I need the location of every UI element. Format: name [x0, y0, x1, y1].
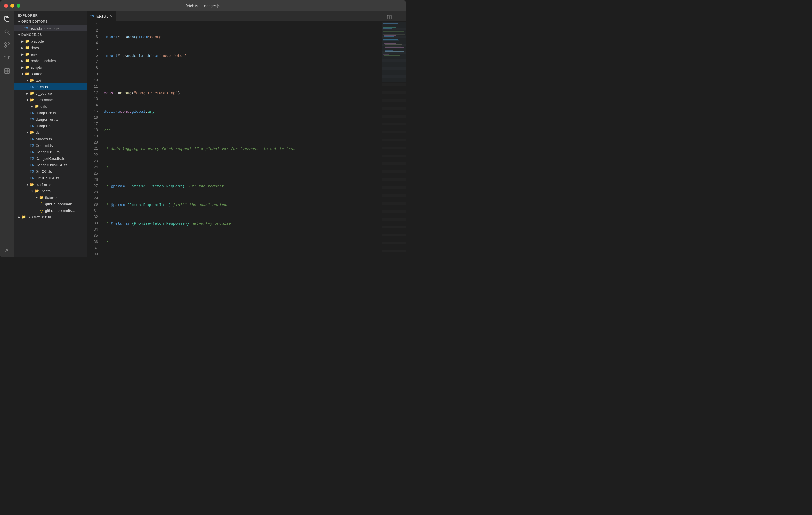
line-num-5: 5 — [89, 47, 98, 53]
danger-run-file[interactable]: TS danger-run.ts — [14, 116, 87, 122]
ts-icon-dangerdsl: TS — [30, 149, 34, 154]
gitdsl-file[interactable]: TS GitDSL.ts — [14, 168, 87, 175]
line-num-18: 18 — [89, 127, 98, 134]
folder-icon-utils: 📁 — [34, 104, 39, 109]
vscode-arrow: ▶ — [20, 39, 25, 44]
source-folder[interactable]: ▾ 📂 source — [14, 70, 87, 77]
env-folder[interactable]: ▶ 📁 env — [14, 51, 87, 57]
minimap — [382, 22, 406, 258]
docs-arrow: ▶ — [20, 45, 25, 50]
open-editor-path: source/api — [44, 26, 59, 30]
dangerutilsdsl-file[interactable]: TS DangerUtilsDSL.ts — [14, 162, 87, 168]
danger-js-header[interactable]: ▾ DANGER-JS — [14, 31, 87, 38]
svg-rect-21 — [390, 16, 392, 19]
code-line-9: * @param {(string | fetch.Request)} url … — [104, 183, 382, 190]
ts-icon-run: TS — [30, 117, 34, 122]
close-button[interactable] — [4, 4, 8, 8]
dangerdsl-file[interactable]: TS DangerDSL.ts — [14, 149, 87, 155]
github-comments-file[interactable]: {} github_commen... — [14, 201, 87, 207]
svg-point-4 — [5, 42, 6, 45]
tab-bar: TS fetch.ts × ··· — [87, 11, 406, 22]
scripts-folder[interactable]: ▶ 📁 scripts — [14, 64, 87, 70]
fixtures-label: fixtures — [45, 195, 57, 200]
debug-activity-icon[interactable] — [2, 53, 12, 63]
danger-js-arrow: ▾ — [17, 32, 21, 37]
danger-pr-file[interactable]: TS danger-pr.ts — [14, 110, 87, 116]
fixtures-folder[interactable]: ▾ 📂 fixtures — [14, 194, 87, 201]
tab-ts-badge: TS — [90, 15, 94, 18]
json-icon-comments: {} — [39, 202, 44, 206]
scripts-arrow: ▶ — [20, 65, 25, 69]
danger-run-label: danger-run.ts — [35, 117, 58, 122]
svg-rect-18 — [7, 71, 9, 74]
folder-icon-ci: 📁 — [30, 91, 34, 95]
platforms-folder[interactable]: ▾ 📂 platforms — [14, 181, 87, 188]
more-actions-button[interactable]: ··· — [395, 13, 404, 21]
vscode-folder[interactable]: ▶ 📁 .vscode — [14, 38, 87, 45]
line-num-35: 35 — [89, 233, 98, 239]
utils-arrow: ▶ — [30, 104, 34, 109]
code-content[interactable]: import * as debug from "debug" import * … — [102, 22, 382, 258]
docs-folder[interactable]: ▶ 📁 docs — [14, 45, 87, 51]
tab-close-button[interactable]: × — [110, 14, 112, 19]
line-num-33: 33 — [89, 221, 98, 227]
line-num-3: 3 — [89, 34, 98, 40]
extensions-activity-icon[interactable] — [2, 66, 12, 76]
folder-icon-api: 📂 — [30, 78, 34, 83]
commands-folder[interactable]: ▾ 📂 commands — [14, 96, 87, 103]
json-icon-commits: {} — [39, 208, 44, 213]
main-layout: EXPLORER ▾ OPEN EDITORS TS fetch.ts sour… — [0, 11, 406, 258]
api-folder[interactable]: ▾ 📂 api — [14, 77, 87, 83]
settings-activity-icon[interactable] — [2, 245, 12, 255]
code-line-10: * @param {fetch.RequestInit} [init] the … — [104, 202, 382, 208]
folder-icon-platforms: 📂 — [30, 182, 34, 187]
window-controls[interactable] — [4, 4, 21, 8]
open-editors-header[interactable]: ▾ OPEN EDITORS — [14, 18, 87, 25]
activity-bar — [0, 11, 14, 258]
line-num-2: 2 — [89, 28, 98, 34]
ci-source-folder[interactable]: ▶ 📁 ci_source — [14, 90, 87, 96]
code-line-1: import * as debug from "debug" — [104, 34, 382, 40]
code-editor[interactable]: 1 2 3 4 5 6 7 8 9 10 11 12 13 14 15 16 1… — [87, 22, 406, 258]
tab-fetch-ts[interactable]: TS fetch.ts × — [87, 11, 116, 21]
tests-folder[interactable]: ▾ 📂 _tests — [14, 188, 87, 194]
explorer-title: EXPLORER — [14, 11, 87, 18]
line-numbers: 1 2 3 4 5 6 7 8 9 10 11 12 13 14 15 16 1… — [87, 22, 102, 258]
maximize-button[interactable] — [17, 4, 21, 8]
code-line-11: * @returns {Promise<fetch.Response>} net… — [104, 221, 382, 227]
node-modules-folder[interactable]: ▶ 📁 node_modules — [14, 57, 87, 64]
ts-icon-results: TS — [30, 156, 34, 161]
search-activity-icon[interactable] — [2, 27, 12, 37]
dangerresults-label: DangerResults.ts — [35, 156, 65, 161]
ci-source-label: ci_source — [35, 91, 52, 95]
danger-ts-file[interactable]: TS danger.ts — [14, 122, 87, 129]
source-arrow: ▾ — [20, 71, 25, 76]
ts-icon-commit: TS — [30, 143, 34, 148]
utils-folder[interactable]: ▶ 📁 utils — [14, 103, 87, 110]
github-commits-label: github_commits... — [45, 208, 75, 213]
dangerresults-file[interactable]: TS DangerResults.ts — [14, 155, 87, 162]
explorer-activity-icon[interactable] — [2, 13, 12, 24]
githubdsl-file[interactable]: TS GitHubDSL.ts — [14, 175, 87, 181]
storybook-folder[interactable]: ▶ 📁 STORYBOOK — [14, 214, 87, 220]
source-control-activity-icon[interactable] — [2, 40, 12, 50]
split-editor-button[interactable] — [385, 13, 394, 21]
aliases-label: Aliases.ts — [35, 137, 52, 141]
vscode-label: .vscode — [31, 39, 44, 44]
fetch-ts-file[interactable]: TS fetch.ts — [14, 83, 87, 90]
open-editor-fetch-ts[interactable]: TS fetch.ts source/api — [14, 25, 87, 31]
commit-file[interactable]: TS Commit.ts — [14, 142, 87, 149]
minimize-button[interactable] — [10, 4, 14, 8]
folder-icon-node: 📁 — [25, 58, 30, 63]
github-commits-file[interactable]: {} github_commits... — [14, 207, 87, 214]
folder-icon-storybook: 📁 — [21, 214, 26, 219]
svg-point-12 — [8, 56, 10, 57]
code-line-6: /** — [104, 127, 382, 134]
line-num-30: 30 — [89, 202, 98, 208]
svg-point-11 — [5, 56, 6, 57]
dsl-folder[interactable]: ▾ 📂 dsl — [14, 129, 87, 136]
aliases-file[interactable]: TS Aliases.ts — [14, 136, 87, 142]
titlebar: fetch.ts — danger-js — [0, 0, 406, 11]
ts-icon-fetch: TS — [30, 84, 34, 89]
commands-label: commands — [35, 98, 54, 102]
